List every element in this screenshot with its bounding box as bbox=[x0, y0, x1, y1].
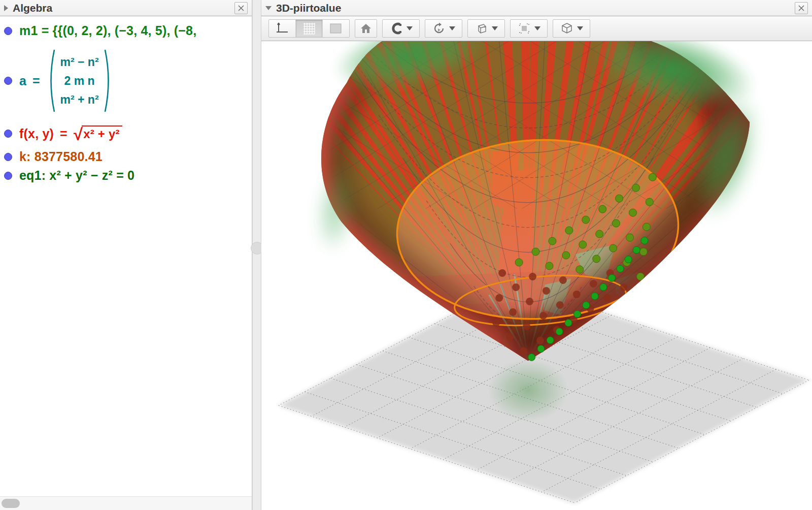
point-hidden bbox=[495, 294, 503, 302]
point bbox=[515, 259, 523, 266]
point-hidden bbox=[509, 308, 517, 316]
point-hidden bbox=[556, 301, 564, 309]
f-lhs: f(x, y) bbox=[19, 126, 54, 141]
vector-row-2: 2 m n bbox=[64, 72, 94, 90]
algebra-item-eq1[interactable]: eq1: x² + y² − z² = 0 bbox=[0, 167, 252, 184]
point bbox=[632, 184, 639, 192]
point-hidden bbox=[520, 347, 527, 355]
visibility-marble[interactable] bbox=[4, 130, 12, 138]
algebra-horizontal-scrollbar[interactable] bbox=[0, 496, 252, 510]
close-icon bbox=[238, 5, 244, 11]
point bbox=[639, 248, 647, 256]
3d-toolbar bbox=[261, 16, 812, 41]
visibility-marble[interactable] bbox=[4, 153, 12, 161]
algebra-item-k[interactable]: k: 8377580.41 bbox=[0, 148, 252, 165]
rotate-icon bbox=[432, 22, 446, 35]
visibility-marble[interactable] bbox=[4, 77, 12, 85]
point-on-edge bbox=[547, 337, 554, 344]
show-grid-button[interactable] bbox=[296, 20, 323, 37]
point-hidden bbox=[506, 333, 514, 341]
point-capturing-button[interactable] bbox=[382, 19, 420, 38]
k-value: k: 8377580.41 bbox=[19, 149, 103, 164]
grid-icon bbox=[302, 22, 316, 35]
home-icon bbox=[360, 22, 372, 35]
point bbox=[593, 255, 600, 263]
panel-splitter[interactable] bbox=[252, 0, 261, 510]
algebra-list: m1 = {{(0, 2, 2), (−3, 4, 5), (−8, a = m… bbox=[0, 16, 252, 510]
point bbox=[596, 230, 603, 238]
point-hidden bbox=[492, 319, 500, 327]
point-hidden bbox=[512, 283, 520, 291]
algebra-item-a[interactable]: a = m² − n² 2 m n m² + n² bbox=[0, 47, 252, 114]
point-hidden bbox=[498, 269, 506, 277]
fit-objects-button[interactable] bbox=[510, 19, 548, 38]
dropdown-arrow-icon bbox=[492, 26, 498, 30]
point-hidden bbox=[573, 291, 581, 298]
red-patch bbox=[687, 254, 725, 326]
f-definition: f(x, y) = √ x² + y² bbox=[19, 125, 122, 141]
point-hidden bbox=[620, 283, 628, 291]
algebra-panel: Algebra m1 = {{(0, 2, 2), (−3, 4, 5), (−… bbox=[0, 0, 252, 510]
axes-icon bbox=[276, 22, 289, 35]
point-on-edge bbox=[633, 246, 640, 253]
sqrt-radicand: x² + y² bbox=[82, 125, 122, 141]
box-view-icon bbox=[475, 22, 488, 35]
magnet-icon bbox=[390, 22, 403, 35]
point-on-edge bbox=[528, 354, 535, 361]
point bbox=[546, 262, 553, 270]
equals-sign: = bbox=[32, 74, 40, 88]
collapse-arrow-icon[interactable] bbox=[4, 5, 8, 11]
algebra-item-m1[interactable]: m1 = {{(0, 2, 2), (−3, 4, 5), (−8, bbox=[0, 22, 252, 39]
point-hidden bbox=[559, 276, 567, 284]
point-on-edge bbox=[625, 256, 632, 263]
point-hidden bbox=[539, 312, 547, 320]
point-on-edge bbox=[537, 345, 545, 353]
point bbox=[636, 273, 644, 280]
point-on-edge bbox=[600, 283, 607, 291]
point bbox=[649, 173, 656, 181]
visibility-marble[interactable] bbox=[4, 172, 12, 180]
projection-type-button[interactable] bbox=[553, 19, 590, 38]
algebra-item-f[interactable]: f(x, y) = √ x² + y² bbox=[0, 124, 252, 142]
collapse-arrow-icon[interactable] bbox=[265, 6, 272, 10]
dropdown-arrow-icon bbox=[449, 26, 455, 30]
point bbox=[642, 223, 650, 231]
3d-scene[interactable] bbox=[261, 41, 812, 510]
visibility-marble[interactable] bbox=[4, 27, 12, 35]
scrollbar-thumb[interactable] bbox=[2, 499, 20, 508]
point bbox=[613, 219, 620, 227]
close-3d-button[interactable] bbox=[795, 2, 808, 14]
show-plane-button[interactable] bbox=[323, 20, 349, 37]
algebra-panel-header: Algebra bbox=[0, 0, 252, 16]
point-on-edge bbox=[574, 310, 581, 317]
point-hidden bbox=[590, 280, 597, 288]
rotate-view-button[interactable] bbox=[425, 19, 462, 38]
dropdown-arrow-icon bbox=[577, 26, 583, 30]
cone-shadow bbox=[488, 359, 569, 422]
right-paren bbox=[104, 48, 112, 113]
3d-panel-title: 3D-piirtoalue bbox=[276, 2, 341, 14]
close-algebra-button[interactable] bbox=[234, 2, 248, 14]
point-on-edge bbox=[591, 293, 598, 300]
point-on-edge bbox=[608, 274, 616, 281]
plane-icon bbox=[329, 22, 343, 35]
show-axes-button[interactable] bbox=[269, 20, 296, 37]
point-hidden bbox=[526, 298, 533, 305]
3d-canvas[interactable] bbox=[261, 41, 812, 510]
view-direction-button[interactable] bbox=[467, 19, 505, 38]
vector-row-1: m² − n² bbox=[60, 53, 99, 72]
point bbox=[599, 205, 606, 213]
eq1-definition: eq1: x² + y² − z² = 0 bbox=[19, 168, 134, 183]
point-on-edge bbox=[583, 302, 590, 309]
point bbox=[626, 234, 634, 241]
point bbox=[565, 227, 573, 234]
point bbox=[532, 248, 539, 256]
home-view-button[interactable] bbox=[355, 19, 377, 38]
display-toggle-group bbox=[268, 19, 350, 38]
point-on-edge bbox=[617, 265, 624, 272]
3d-panel-header: 3D-piirtoalue bbox=[261, 0, 812, 16]
close-icon bbox=[798, 5, 804, 11]
3d-view-panel: 3D-piirtoalue bbox=[261, 0, 812, 510]
point-on-edge bbox=[641, 237, 648, 244]
dropdown-arrow-icon bbox=[407, 26, 413, 30]
